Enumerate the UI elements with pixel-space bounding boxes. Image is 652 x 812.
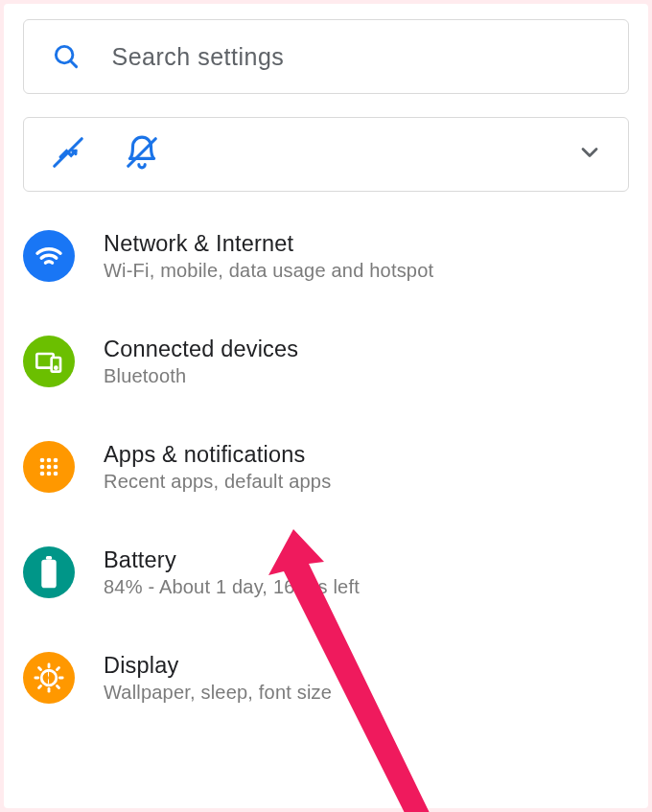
settings-item-display[interactable]: Display Wallpaper, sleep, font size <box>23 652 629 704</box>
search-settings[interactable] <box>23 19 629 94</box>
data-off-icon <box>49 134 87 174</box>
svg-line-25 <box>39 686 41 688</box>
settings-item-connected-devices[interactable]: Connected devices Bluetooth <box>23 336 629 387</box>
item-subtitle: Wi-Fi, mobile, data usage and hotspot <box>104 260 433 282</box>
svg-line-24 <box>58 686 59 688</box>
svg-point-12 <box>54 465 58 470</box>
item-title: Apps & notifications <box>104 442 331 468</box>
battery-icon <box>23 546 75 598</box>
item-title: Battery <box>104 547 360 573</box>
svg-point-10 <box>40 465 45 470</box>
item-subtitle: Wallpaper, sleep, font size <box>104 682 332 704</box>
devices-icon <box>23 336 75 387</box>
suggestion-card[interactable] <box>23 117 629 192</box>
svg-point-7 <box>40 458 45 463</box>
settings-item-battery[interactable]: Battery 84% - About 1 day, 16 hrs left <box>23 546 629 598</box>
wifi-icon <box>23 230 75 282</box>
settings-screen: Network & Internet Wi-Fi, mobile, data u… <box>4 4 648 808</box>
chevron-down-icon <box>576 139 603 170</box>
settings-item-network[interactable]: Network & Internet Wi-Fi, mobile, data u… <box>23 230 629 282</box>
item-subtitle: Bluetooth <box>104 365 298 387</box>
svg-point-8 <box>47 458 52 463</box>
svg-rect-16 <box>46 556 52 560</box>
notifications-off-icon <box>124 134 160 174</box>
svg-line-1 <box>70 61 76 67</box>
item-title: Connected devices <box>104 336 298 362</box>
settings-item-apps[interactable]: Apps & notifications Recent apps, defaul… <box>23 441 629 493</box>
svg-point-6 <box>55 367 57 369</box>
apps-icon <box>23 441 75 493</box>
svg-point-14 <box>47 472 52 476</box>
item-title: Display <box>104 653 332 679</box>
settings-list: Network & Internet Wi-Fi, mobile, data u… <box>23 230 629 704</box>
svg-line-23 <box>39 668 41 670</box>
svg-point-15 <box>54 472 58 476</box>
item-subtitle: 84% - About 1 day, 16 hrs left <box>104 576 360 598</box>
display-icon <box>23 652 75 704</box>
search-icon <box>49 42 82 71</box>
svg-line-2 <box>55 139 82 167</box>
svg-point-13 <box>40 472 45 476</box>
item-title: Network & Internet <box>104 231 433 257</box>
svg-point-9 <box>54 458 58 463</box>
svg-rect-17 <box>41 560 56 588</box>
svg-point-11 <box>47 465 52 470</box>
search-input[interactable] <box>111 43 603 71</box>
svg-line-26 <box>58 668 59 670</box>
item-subtitle: Recent apps, default apps <box>104 471 331 493</box>
